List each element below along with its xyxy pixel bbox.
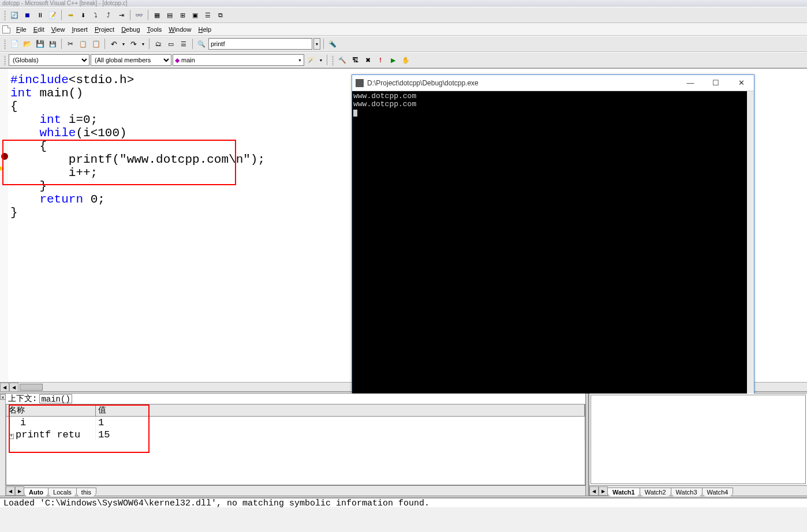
stop-debug-button[interactable]: ⏹	[21, 9, 33, 21]
toolbar-wizard: (Globals) (All global members ◆ main ▼ 🪄…	[0, 52, 807, 68]
output-button[interactable]: ▭	[165, 38, 177, 50]
context-label: 上下文:	[8, 394, 37, 404]
grip-icon[interactable]	[4, 55, 6, 65]
save-all-button[interactable]	[47, 38, 58, 50]
minimize-button[interactable]: —	[678, 75, 703, 90]
paste-button[interactable]	[90, 38, 102, 50]
watch-window-button[interactable]: ▦	[151, 9, 163, 21]
tab-this[interactable]: this	[76, 488, 96, 496]
open-button[interactable]	[21, 38, 33, 50]
menu-edit[interactable]: Edit	[30, 25, 48, 34]
separator	[148, 10, 148, 20]
panel-grip[interactable]: ×	[0, 394, 6, 496]
window-list-button[interactable]: ☰	[178, 38, 189, 50]
callstack-window-button[interactable]: ☰	[202, 9, 214, 21]
variables-window-button[interactable]: ▤	[164, 9, 175, 21]
memory-window-button[interactable]: ▣	[189, 9, 201, 21]
var-value[interactable]: 15	[96, 429, 585, 441]
grip-icon[interactable]	[4, 39, 6, 49]
disassembly-window-button[interactable]: ⧉	[215, 9, 226, 21]
grip-icon[interactable]	[4, 10, 6, 20]
compile-button[interactable]	[337, 54, 348, 66]
workspace-button[interactable]: 🗂	[152, 38, 164, 50]
separator	[130, 10, 130, 20]
scroll-left-button[interactable]: ◀	[0, 383, 9, 392]
scope-members-combo[interactable]: (All global members	[91, 54, 171, 66]
menu-project[interactable]: Project	[91, 25, 118, 34]
registers-window-button[interactable]: ⊞	[177, 9, 188, 21]
step-over-button[interactable]	[90, 9, 102, 21]
tab-scroll-left[interactable]: ◀	[6, 486, 15, 496]
maximize-button[interactable]: ☐	[703, 75, 728, 90]
menu-help[interactable]: Help	[195, 25, 215, 34]
grip-icon[interactable]	[332, 55, 334, 65]
menu-file[interactable]: File	[13, 25, 30, 34]
console-titlebar[interactable]: D:\Project\dotcpp\Debug\dotcpp.exe — ☐ ✕	[352, 75, 754, 91]
wizard-dropdown[interactable]: ▼	[318, 54, 324, 66]
execute-button[interactable]: !	[375, 54, 386, 66]
function-name: main	[181, 57, 195, 63]
apply-changes-button[interactable]: 📝	[47, 9, 58, 21]
function-combo[interactable]: ◆ main ▼	[173, 54, 304, 66]
column-header-name[interactable]: 名称	[6, 404, 96, 417]
menu-debug[interactable]: Debug	[118, 25, 143, 34]
find-dropdown[interactable]: ▼	[313, 38, 320, 50]
code-token: i++;	[10, 166, 98, 179]
tab-locals[interactable]: Locals	[48, 488, 77, 496]
menu-tools[interactable]: Tools	[144, 25, 166, 34]
step-into-button[interactable]	[77, 9, 89, 21]
tab-watch3[interactable]: Watch3	[671, 488, 703, 496]
go-button[interactable]	[387, 54, 399, 66]
insert-breakpoint-button[interactable]: ✋	[400, 54, 412, 66]
redo-dropdown[interactable]: ▼	[140, 38, 146, 50]
scroll-left-button[interactable]: ◀	[9, 383, 18, 392]
undo-dropdown[interactable]: ▼	[121, 38, 126, 50]
build-button[interactable]: 🏗	[349, 54, 361, 66]
tab-scroll-right[interactable]: ▶	[15, 486, 24, 496]
tab-scroll-left[interactable]: ◀	[589, 486, 599, 496]
var-value[interactable]: 1	[96, 417, 585, 429]
table-row[interactable]: +printf retu 15	[6, 429, 585, 441]
save-button[interactable]	[34, 38, 46, 50]
expand-icon[interactable]: +	[9, 434, 14, 439]
close-button[interactable]: ✕	[728, 75, 754, 90]
new-button[interactable]	[9, 38, 20, 50]
tab-scroll-right[interactable]: ▶	[599, 486, 608, 496]
menu-window[interactable]: Window	[165, 25, 195, 34]
find-in-files-button[interactable]: 🔍	[196, 38, 207, 50]
break-all-button[interactable]: ⏸	[34, 9, 46, 21]
run-to-cursor-button[interactable]: ⇥	[115, 9, 127, 21]
menu-view[interactable]: View	[48, 25, 69, 34]
tab-watch1[interactable]: Watch1	[607, 488, 640, 496]
search-button[interactable]: 🔦	[327, 38, 338, 50]
code-token: 0;	[83, 193, 105, 206]
menu-insert[interactable]: Insert	[68, 25, 91, 34]
copy-button[interactable]	[77, 38, 89, 50]
table-row[interactable]: i 1	[6, 417, 585, 429]
quickwatch-button[interactable]: 👓	[133, 9, 145, 21]
step-out-button[interactable]	[103, 9, 114, 21]
scope-globals-combo[interactable]: (Globals)	[9, 54, 89, 66]
undo-button[interactable]	[108, 38, 119, 50]
separator	[104, 39, 105, 49]
scroll-thumb[interactable]	[20, 384, 43, 391]
redo-button[interactable]	[128, 38, 139, 50]
restart-debug-button[interactable]: 🔄	[9, 9, 20, 21]
find-input[interactable]: printf	[208, 38, 312, 50]
tab-watch4[interactable]: Watch4	[702, 488, 734, 496]
cut-button[interactable]	[65, 38, 76, 50]
column-header-value[interactable]: 值	[96, 404, 585, 417]
watch-grid[interactable]	[591, 395, 806, 484]
bottom-panels: × 上下文: main() 名称 值 i 1 +printf retu 15 ◀…	[0, 394, 807, 496]
stop-build-button[interactable]: ✖	[362, 54, 373, 66]
document-icon[interactable]	[2, 25, 10, 33]
context-value[interactable]: main()	[39, 394, 72, 403]
variables-grid[interactable]: 名称 值 i 1 +printf retu 15	[6, 404, 585, 485]
tab-watch2[interactable]: Watch2	[640, 488, 671, 496]
tab-auto[interactable]: Auto	[24, 488, 48, 496]
console-line: www.dotcpp.com	[353, 100, 416, 108]
wizard-action-button[interactable]: 🪄	[305, 54, 317, 66]
watch-panel: ◀ ▶ Watch1 Watch2 Watch3 Watch4	[589, 394, 807, 496]
show-next-button[interactable]: ➡	[65, 9, 76, 21]
panel-close-icon[interactable]: ×	[0, 394, 6, 400]
